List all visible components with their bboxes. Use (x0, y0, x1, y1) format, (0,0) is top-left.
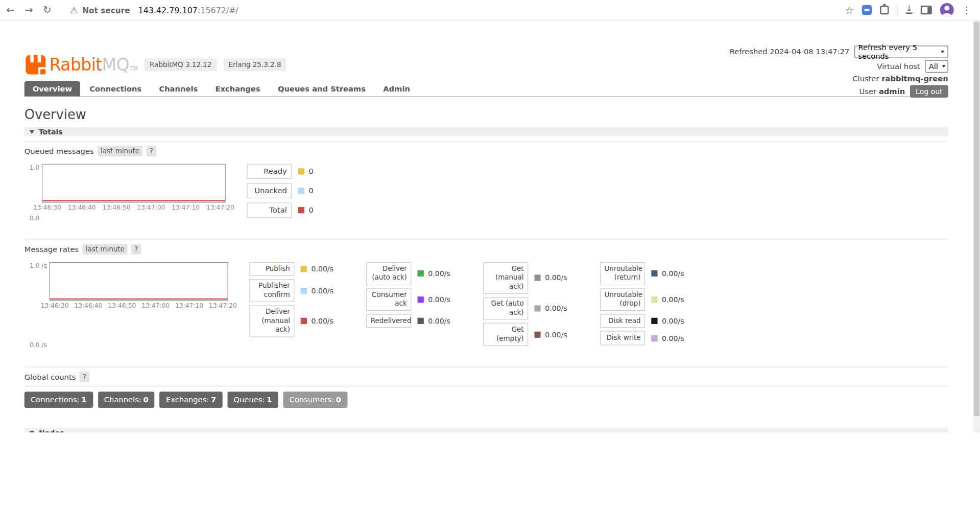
legend-row: Disk write 0.00/s (600, 331, 717, 345)
brand: RabbitMQ TM RabbitMQ 3.12.12 Erlang 25.3… (25, 52, 286, 77)
address-bar[interactable]: ⚠ Not secure 143.42.79.107:15672/#/ (61, 5, 834, 15)
y-axis-max: 1.0 /s (30, 262, 47, 269)
url-path: :15672/#/ (198, 5, 238, 14)
page-title: Overview (25, 107, 948, 122)
help-icon[interactable]: ? (147, 146, 156, 156)
legend-row: Publish 0.00/s (249, 262, 366, 276)
global-counts-badges: Connections:1 Channels:0 Exchanges:7 Que… (25, 386, 948, 408)
series-line-zero (50, 298, 228, 300)
chevron-down-icon (941, 51, 944, 53)
series-line-total (42, 200, 225, 201)
legend-row: Deliver (manual ack) 0.00/s (249, 305, 366, 337)
url-host: 143.42.79.107 (138, 5, 198, 14)
time-range-badge[interactable]: last minute (98, 146, 142, 156)
series-swatch-icon (418, 318, 424, 324)
series-swatch-icon (651, 318, 657, 324)
global-counts-block: Global counts ? Connections:1 Channels:0… (25, 366, 948, 418)
series-swatch-icon (534, 305, 540, 311)
rabbitmq-logo-icon (25, 54, 47, 75)
series-swatch-icon (301, 266, 307, 272)
nodes-section-header[interactable]: Nodes (25, 428, 948, 432)
logo-tm: TM (130, 66, 137, 72)
series-swatch-icon (298, 168, 304, 174)
refresh-icon[interactable]: ↻ (43, 5, 51, 15)
tab-admin[interactable]: Admin (375, 81, 418, 96)
legend-column-3: Get (manual ack) 0.00/s Get (auto ack) 0… (483, 262, 600, 349)
legend-column-2: Deliver (auto ack) 0.00/s Consumer ack 0… (366, 262, 483, 349)
legend-row: Get (empty) 0.00/s (483, 323, 600, 346)
legend-row: Unroutable (return) 0.00/s (600, 262, 717, 285)
legend-column-4: Unroutable (return) 0.00/s Unroutable (d… (600, 262, 717, 349)
legend-row: Get (manual ack) 0.00/s (483, 262, 600, 294)
rabbitmq-page: RabbitMQ TM RabbitMQ 3.12.12 Erlang 25.3… (0, 20, 980, 432)
url-text[interactable]: 143.42.79.107:15672/#/ (138, 5, 238, 14)
help-icon[interactable]: ? (80, 372, 89, 382)
legend-column-1: Publish 0.00/s Publisher confirm 0.00/s … (249, 262, 366, 349)
series-swatch-icon (298, 207, 304, 213)
consumers-count-badge[interactable]: Consumers:0 (283, 392, 347, 408)
global-counts-title: Global counts (25, 373, 76, 381)
series-swatch-icon (651, 335, 657, 341)
help-icon[interactable]: ? (131, 244, 141, 255)
tab-overview[interactable]: Overview (25, 81, 80, 96)
totals-section-header[interactable]: Totals (25, 127, 948, 136)
header-status-area: Refreshed 2024-04-08 13:47:27 Refresh ev… (730, 45, 948, 98)
logo-text: RabbitMQ (50, 55, 129, 74)
exchanges-count-badge[interactable]: Exchanges:7 (160, 392, 223, 408)
logout-button[interactable]: Log out (910, 85, 948, 97)
legend-row: Ready 0 (247, 164, 314, 179)
refresh-interval-select[interactable]: Refresh every 5 seconds (854, 45, 948, 58)
page-scrollbar[interactable] (973, 20, 980, 432)
y-axis-min: 0.0 /s (30, 341, 47, 348)
legend-row: Redelivered 0.00/s (366, 314, 483, 328)
time-range-badge[interactable]: last minute (83, 244, 128, 255)
forward-icon[interactable]: → (25, 5, 33, 15)
bookmark-star-icon[interactable]: ☆ (845, 4, 854, 16)
refreshed-timestamp: Refreshed 2024-04-08 13:47:27 (730, 48, 849, 56)
legend-row: Unacked 0 (247, 183, 314, 198)
queues-count-badge[interactable]: Queues:1 (227, 392, 278, 408)
legend-row: Total 0 (247, 203, 314, 218)
screen: ← → ↻ ⚠ Not secure 143.42.79.107:15672/#… (0, 0, 980, 432)
browser-menu-icon[interactable]: ⋮ (962, 5, 971, 16)
legend-row: Get (auto ack) 0.00/s (483, 297, 600, 320)
user-name: admin (879, 87, 905, 96)
totals-section-title: Totals (39, 127, 63, 136)
legend-row: Deliver (auto ack) 0.00/s (366, 262, 483, 285)
legend-row: Consumer ack 0.00/s (366, 288, 483, 311)
series-swatch-icon (418, 270, 424, 277)
rates-legend: Publish 0.00/s Publisher confirm 0.00/s … (249, 262, 716, 349)
tab-queues-and-streams[interactable]: Queues and Streams (270, 81, 374, 96)
x-axis-labels: 13:46:3013:46:4013:46:5013:47:0013:47:10… (41, 302, 237, 309)
side-panel-icon[interactable] (921, 6, 932, 14)
virtual-host-label: Virtual host (877, 62, 920, 71)
tab-channels[interactable]: Channels (151, 81, 206, 96)
queued-messages-chart: 1.0 0.0 13:46:3013:46:4013:46:5013:47:00… (25, 164, 226, 222)
tab-connections[interactable]: Connections (81, 81, 150, 96)
connections-count-badge[interactable]: Connections:1 (25, 392, 93, 408)
cluster-name: rabbitmq-green (881, 75, 948, 83)
y-axis-max: 1.0 (30, 164, 39, 171)
extensions-puzzle-icon[interactable] (880, 6, 889, 14)
user-label: User (859, 87, 876, 96)
browser-toolbar-icons: ☆ ↓ ⋮ (845, 3, 971, 17)
chart-plot-area (50, 262, 228, 301)
virtual-host-select[interactable]: All (925, 60, 948, 72)
browser-chrome: ← → ↻ ⚠ Not secure 143.42.79.107:15672/#… (0, 0, 980, 20)
extension-icon[interactable] (862, 5, 872, 15)
channels-count-badge[interactable]: Channels:0 (98, 392, 155, 408)
downloads-icon[interactable]: ↓ (905, 6, 912, 14)
warning-icon: ⚠ (70, 5, 78, 15)
profile-avatar[interactable] (940, 3, 954, 17)
collapse-icon (30, 130, 35, 133)
security-label[interactable]: Not secure (82, 5, 130, 14)
back-icon[interactable]: ← (6, 5, 14, 15)
chart-plot-area (42, 164, 226, 203)
erlang-version-badge: Erlang 25.3.2.8 (224, 58, 286, 71)
tab-exchanges[interactable]: Exchanges (207, 81, 269, 96)
series-swatch-icon (301, 318, 307, 324)
queued-legend: Ready 0 Unacked 0 Total 0 (247, 164, 314, 222)
scrollbar-thumb[interactable] (974, 22, 979, 416)
legend-row: Unroutable (drop) 0.00/s (600, 288, 717, 311)
x-axis-labels: 13:46:3013:46:4013:46:5013:47:0013:47:10… (33, 204, 234, 211)
